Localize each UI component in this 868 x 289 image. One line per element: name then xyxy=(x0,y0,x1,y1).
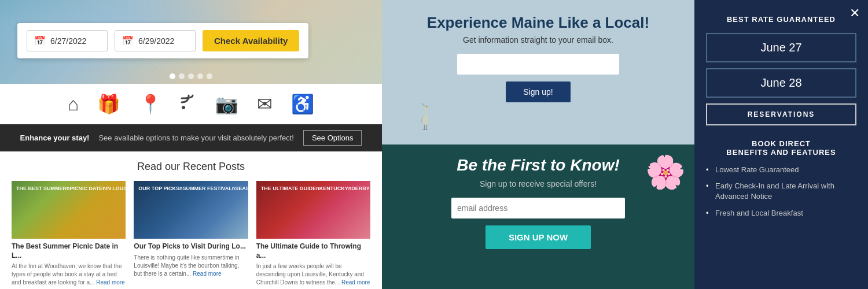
post-card-1: The Best Summer Picnic Date in L... At t… xyxy=(12,181,126,287)
read-more-1[interactable]: Read more xyxy=(96,279,124,286)
sunflower-icon: 🌸 xyxy=(645,156,680,191)
check-out-date: 6/29/2022 xyxy=(138,36,174,46)
reservations-button[interactable]: RESERVATIONS xyxy=(706,103,856,125)
mail-icon: ✉ xyxy=(257,95,273,113)
first-to-know-section: Be the First to Know! Sign up to receive… xyxy=(382,144,694,289)
benefits-list: Lowest Rate Guaranteed Early Check-In an… xyxy=(706,165,856,218)
svg-point-0 xyxy=(182,106,185,109)
post-title-3: The Ultimate Guide to Throwing a... xyxy=(256,242,370,260)
enhance-text: See available options to make your visit… xyxy=(98,134,293,142)
maine-email-input[interactable] xyxy=(457,54,619,75)
hero-banner: 📅 6/27/2022 📅 6/29/2022 Check Availabili… xyxy=(0,0,382,84)
maine-subtitle: Get information straight to your email b… xyxy=(399,35,677,45)
post-image-kentucky xyxy=(256,181,370,239)
location-icon: 📍 xyxy=(139,95,162,113)
check-out-field[interactable]: 📅 6/29/2022 xyxy=(115,30,196,51)
check-availability-button[interactable]: Check Availability xyxy=(203,30,299,51)
post-image-picnic xyxy=(12,181,126,239)
post-excerpt-2: There is nothing quite like summertime i… xyxy=(134,254,248,278)
post-card-3: The Ultimate Guide to Throwing a... In j… xyxy=(256,181,370,287)
maine-section: Experience Maine Like a Local! Get infor… xyxy=(382,0,694,144)
calendar-icon-2: 📅 xyxy=(122,35,134,46)
post-title-2: Our Top Picks to Visit During Lo... xyxy=(134,242,248,251)
dot-3[interactable] xyxy=(188,73,194,79)
heron-illustration xyxy=(399,102,451,131)
close-button[interactable]: ✕ xyxy=(849,6,860,21)
recent-posts-title: Read our Recent Posts xyxy=(12,161,370,173)
see-options-button[interactable]: See Options xyxy=(303,130,362,146)
check-in-date: 6/27/2022 xyxy=(50,36,86,46)
dot-4[interactable] xyxy=(197,73,203,79)
post-excerpt-1: At the Inn at Woodhaven, we know that th… xyxy=(12,262,126,287)
recent-posts-section: Read our Recent Posts The Best Summer Pi… xyxy=(0,151,382,289)
dot-5[interactable] xyxy=(207,73,212,79)
benefit-2: Early Check-In and Late Arrival with Adv… xyxy=(706,181,856,202)
first-to-know-title: Be the First to Know! xyxy=(457,156,620,175)
right-panel: ✕ BEST RATE GUARANTEED June 27 June 28 R… xyxy=(694,0,868,289)
calendar-icon: 📅 xyxy=(34,35,46,46)
booking-bar: 📅 6/27/2022 📅 6/29/2022 Check Availabili… xyxy=(17,23,308,58)
enhance-bar: Enhance your stay! See available options… xyxy=(0,124,382,151)
check-in-field[interactable]: 📅 6/27/2022 xyxy=(27,30,108,51)
post-image-summer xyxy=(134,181,248,239)
amenities-icons-row: ⌂ 🎁 📍 📷 ✉ ♿ xyxy=(0,84,382,124)
dot-1[interactable] xyxy=(170,73,175,79)
first-to-know-subtitle: Sign up to receive special offers! xyxy=(480,179,597,188)
camera-icon: 📷 xyxy=(215,95,238,113)
date-box-june27[interactable]: June 27 xyxy=(706,33,856,62)
read-more-3[interactable]: Read more xyxy=(341,279,370,286)
rss-icon xyxy=(181,94,197,113)
sign-up-now-button[interactable]: SIGN UP NOW xyxy=(486,225,591,249)
post-card-2: Our Top Picks to Visit During Lo... Ther… xyxy=(134,181,248,287)
home-icon: ⌂ xyxy=(68,95,79,113)
benefit-1: Lowest Rate Guaranteed xyxy=(706,165,856,175)
post-title-1: The Best Summer Picnic Date in L... xyxy=(12,242,126,260)
book-direct-title: BOOK DIRECTBENEFITS AND FEATURES xyxy=(706,139,856,157)
best-rate-title: BEST RATE GUARANTEED xyxy=(706,15,856,24)
gift-icon: 🎁 xyxy=(97,95,120,113)
carousel-dots xyxy=(170,73,212,79)
read-more-2[interactable]: Read more xyxy=(193,271,221,277)
posts-grid: The Best Summer Picnic Date in L... At t… xyxy=(12,181,370,287)
middle-panel: Experience Maine Like a Local! Get infor… xyxy=(382,0,694,289)
first-to-know-email-input[interactable] xyxy=(451,198,625,218)
left-panel: 📅 6/27/2022 📅 6/29/2022 Check Availabili… xyxy=(0,0,382,289)
post-excerpt-3: In just a few weeks people will be desce… xyxy=(256,262,370,287)
accessibility-icon: ♿ xyxy=(291,95,314,113)
enhance-label: Enhance your stay! xyxy=(20,134,90,142)
svg-rect-4 xyxy=(424,129,428,130)
benefit-3: Fresh and Local Breakfast xyxy=(706,208,856,218)
maine-title: Experience Maine Like a Local! xyxy=(399,14,677,32)
date-box-june28[interactable]: June 28 xyxy=(706,68,856,98)
dot-2[interactable] xyxy=(179,73,185,79)
svg-point-7 xyxy=(426,106,427,107)
maine-signup-button[interactable]: Sign up! xyxy=(506,81,570,102)
